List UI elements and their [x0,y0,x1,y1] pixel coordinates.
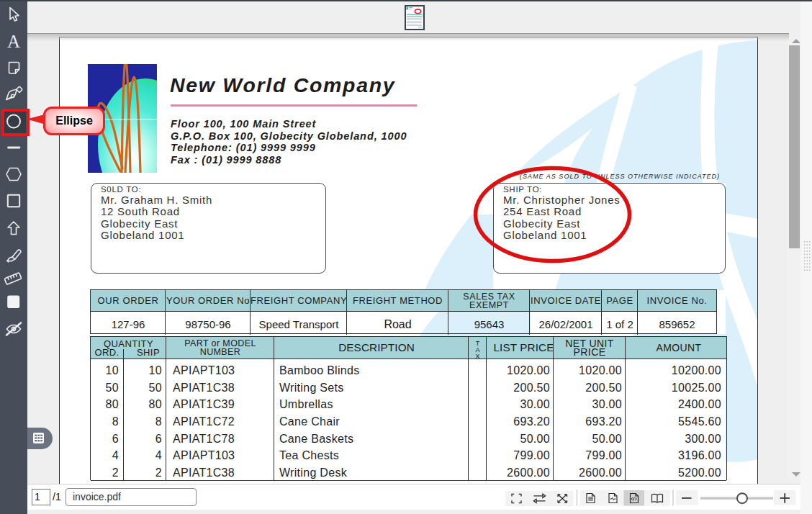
svg-text:A: A [7,32,20,51]
